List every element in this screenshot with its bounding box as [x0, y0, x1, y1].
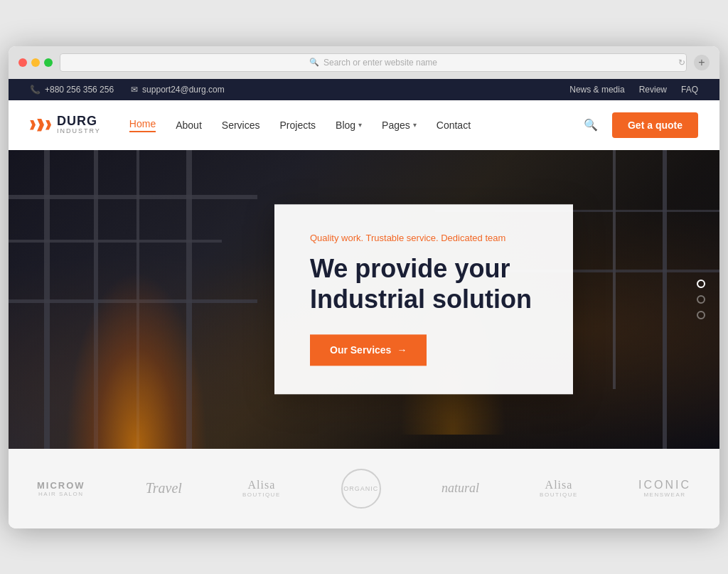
review-link[interactable]: Review — [639, 85, 667, 95]
slider-dot-3[interactable] — [697, 311, 705, 319]
brand-natural: natural — [441, 481, 479, 496]
chevron3-icon — [46, 120, 51, 130]
pages-dropdown-icon: ▾ — [413, 121, 417, 129]
slider-dots — [697, 280, 705, 319]
brand-microw-name: MICROW — [37, 480, 85, 491]
close-dot[interactable] — [18, 58, 27, 67]
logo-text: DURG INDUSTRY — [57, 115, 101, 136]
nav-blog[interactable]: Blog ▾ — [336, 119, 362, 131]
email-icon: ✉ — [131, 85, 138, 95]
nav-links: Home About Services Projects Blog ▾ Page… — [129, 118, 581, 132]
nav-about[interactable]: About — [176, 119, 202, 131]
nav-home[interactable]: Home — [129, 118, 156, 132]
brand-organic: ORGANIC — [341, 469, 381, 509]
brand-alisa1-sub: BOUTIQUE — [242, 491, 281, 498]
news-media-link[interactable]: News & media — [569, 85, 624, 95]
nav-contact[interactable]: Contact — [437, 119, 471, 131]
phone-number: +880 256 356 256 — [45, 85, 114, 95]
brand-alisa2-sub: BOUTIQUE — [540, 491, 578, 498]
nav-services[interactable]: Services — [222, 119, 260, 131]
website-content: 📞 +880 256 356 256 ✉ support24@durg.com … — [9, 79, 719, 528]
logo-name: DURG — [57, 115, 101, 129]
chevron1-icon — [30, 120, 36, 130]
beam-h3 — [9, 299, 257, 303]
maximize-dot[interactable] — [44, 58, 53, 67]
hero-section: Quality work. Trustable service. Dedicat… — [9, 150, 719, 449]
address-text: Search or enter website name — [323, 58, 437, 68]
beam-h1 — [9, 195, 257, 199]
top-bar: 📞 +880 256 356 256 ✉ support24@durg.com … — [9, 79, 719, 100]
email-contact: ✉ support24@durg.com — [131, 85, 225, 95]
beam-h2 — [9, 240, 222, 243]
phone-contact: 📞 +880 256 356 256 — [30, 85, 114, 95]
logo-sub: INDUSTRY — [57, 128, 101, 135]
brand-alisa2: Alisa BOUTIQUE — [540, 479, 578, 498]
search-button[interactable]: 🔍 — [581, 115, 601, 134]
phone-icon: 📞 — [30, 85, 41, 95]
slider-dot-1[interactable] — [697, 280, 705, 288]
refresh-icon[interactable]: ↻ — [678, 58, 685, 68]
brand-organic-circle: ORGANIC — [341, 469, 381, 509]
brand-alisa2-name: Alisa — [545, 479, 573, 491]
hero-tagline: Quality work. Trustable service. Dedicat… — [310, 233, 537, 243]
minimize-dot[interactable] — [31, 58, 40, 67]
slider-dot-2[interactable] — [697, 295, 705, 304]
brand-natural-name: natural — [441, 481, 479, 496]
chevron2-icon — [37, 119, 44, 132]
nav-pages[interactable]: Pages ▾ — [382, 119, 417, 131]
brand-alisa1-name: Alisa — [247, 479, 275, 491]
get-quote-button[interactable]: Get a quote — [612, 112, 698, 138]
search-icon: 🔍 — [309, 58, 319, 67]
brand-iconic-name: Iconic — [638, 479, 691, 491]
hero-content-box: Quality work. Trustable service. Dedicat… — [274, 204, 573, 394]
brand-iconic: Iconic MENSWEAR — [638, 479, 691, 498]
hero-title: We provide your Industrial solution — [310, 253, 537, 314]
main-nav: DURG INDUSTRY Home About Services Projec… — [9, 100, 719, 150]
brands-bar: MICROW HAIR SALON Travel Alisa BOUTIQUE … — [9, 449, 719, 528]
top-bar-right: News & media Review FAQ — [569, 85, 698, 95]
brand-travel-name: Travel — [146, 480, 182, 496]
brand-microw-sub: HAIR SALON — [38, 491, 83, 497]
browser-dots — [18, 58, 53, 67]
brand-microw: MICROW HAIR SALON — [37, 480, 85, 497]
browser-titlebar: 🔍 Search or enter website name ↻ + — [18, 53, 710, 79]
brand-travel: Travel — [146, 480, 182, 496]
browser-window: 🔍 Search or enter website name ↻ + 📞 +88… — [9, 46, 719, 528]
blog-dropdown-icon: ▾ — [358, 121, 362, 129]
address-bar[interactable]: 🔍 Search or enter website name ↻ — [60, 53, 687, 72]
brand-iconic-sub: MENSWEAR — [643, 491, 685, 498]
email-address: support24@durg.com — [142, 85, 225, 95]
new-tab-button[interactable]: + — [694, 55, 710, 70]
hero-cta-button[interactable]: Our Services → — [310, 334, 427, 366]
logo-icon — [30, 119, 51, 132]
logo[interactable]: DURG INDUSTRY — [30, 115, 101, 136]
beam-v6 — [663, 150, 667, 449]
browser-chrome: 🔍 Search or enter website name ↻ + — [9, 46, 719, 79]
faq-link[interactable]: FAQ — [681, 85, 698, 95]
nav-projects[interactable]: Projects — [279, 119, 316, 131]
brand-alisa1: Alisa BOUTIQUE — [242, 479, 281, 498]
nav-actions: 🔍 Get a quote — [581, 112, 698, 138]
top-bar-left: 📞 +880 256 356 256 ✉ support24@durg.com — [30, 85, 225, 95]
